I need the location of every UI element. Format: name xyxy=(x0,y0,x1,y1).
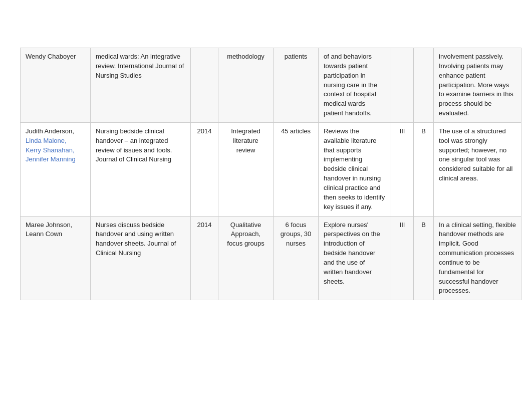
cell-title: medical wards: An integrative review. In… xyxy=(91,48,191,123)
cell-title: Nursing bedside clinical handover – an i… xyxy=(91,122,191,216)
sample-text: patients xyxy=(285,53,308,60)
cell-findings: involvement passively. Involving patient… xyxy=(434,48,521,123)
cell-aim: Reviews the available literature that su… xyxy=(319,122,391,216)
cell-author: Judith Anderson,Linda Malone,Kerry Shana… xyxy=(21,122,91,216)
cell-aim: of and behaviors towards patient partici… xyxy=(319,48,391,123)
cell-author: Wendy Chaboyer xyxy=(21,48,91,123)
title-text: Nurses discuss bedside handover and usin… xyxy=(96,221,176,257)
grade-text: B xyxy=(421,221,426,229)
author-text: Wendy Chaboyer xyxy=(26,53,76,60)
sample-text: 6 focus groups, 30 nurses xyxy=(281,221,311,248)
cell-sample: 45 articles xyxy=(274,122,319,216)
author-text: Maree Johnson, Leann Cown xyxy=(26,221,72,238)
author-link[interactable]: Kerry Shanahan, xyxy=(26,146,75,154)
findings-text: In a clinical setting, flexible handover… xyxy=(439,221,516,295)
cell-grade: B xyxy=(414,216,434,300)
cell-grade: B xyxy=(414,122,434,216)
cell-grade xyxy=(414,48,434,123)
method-text: methodology xyxy=(227,53,264,60)
findings-text: involvement passively. Involving patient… xyxy=(439,53,513,117)
cell-method: methodology xyxy=(218,48,274,123)
author-link[interactable]: Linda Malone, xyxy=(26,137,67,144)
cell-level xyxy=(391,48,414,123)
findings-text: The use of a structured tool was strongl… xyxy=(439,127,512,182)
cell-level: III xyxy=(391,216,414,300)
year-text: 2014 xyxy=(197,221,212,229)
aim-text: of and behaviors towards patient partici… xyxy=(324,53,377,117)
table-row: Wendy Chaboyermedical wards: An integrat… xyxy=(21,48,521,123)
title-text: medical wards: An integrative review. In… xyxy=(96,53,184,79)
grade-text: B xyxy=(421,127,426,135)
sample-text: 45 articles xyxy=(281,127,311,135)
cell-sample: 6 focus groups, 30 nurses xyxy=(274,216,319,300)
cell-level: III xyxy=(391,122,414,216)
author-link[interactable]: Jennifer Manning xyxy=(26,155,76,163)
title-text: Nursing bedside clinical handover – an i… xyxy=(96,127,172,163)
literature-table: Wendy Chaboyermedical wards: An integrat… xyxy=(20,48,521,300)
cell-author: Maree Johnson, Leann Cown xyxy=(21,216,91,300)
year-text: 2014 xyxy=(197,127,212,135)
level-text: III xyxy=(400,221,405,229)
table-row: Judith Anderson,Linda Malone,Kerry Shana… xyxy=(21,122,521,216)
cell-method: Qualitative Approach, focus groups xyxy=(218,216,274,300)
aim-text: Explore nurses' perspectives on the intr… xyxy=(324,221,380,285)
table-wrapper: Wendy Chaboyermedical wards: An integrat… xyxy=(20,48,512,300)
cell-findings: In a clinical setting, flexible handover… xyxy=(434,216,521,300)
cell-year: 2014 xyxy=(191,216,218,300)
cell-title: Nurses discuss bedside handover and usin… xyxy=(91,216,191,300)
level-text: III xyxy=(400,127,405,135)
cell-findings: The use of a structured tool was strongl… xyxy=(434,122,521,216)
method-text: Integrated literature review xyxy=(231,127,260,154)
cell-sample: patients xyxy=(274,48,319,123)
cell-year: 2014 xyxy=(191,122,218,216)
cell-aim: Explore nurses' perspectives on the intr… xyxy=(319,216,391,300)
method-text: Qualitative Approach, focus groups xyxy=(227,221,264,248)
cell-method: Integrated literature review xyxy=(218,122,274,216)
table-row: Maree Johnson, Leann CownNurses discuss … xyxy=(21,216,521,300)
aim-text: Reviews the available literature that su… xyxy=(324,127,385,211)
author-text: Judith Anderson,Linda Malone,Kerry Shana… xyxy=(26,127,76,163)
cell-year xyxy=(191,48,218,123)
